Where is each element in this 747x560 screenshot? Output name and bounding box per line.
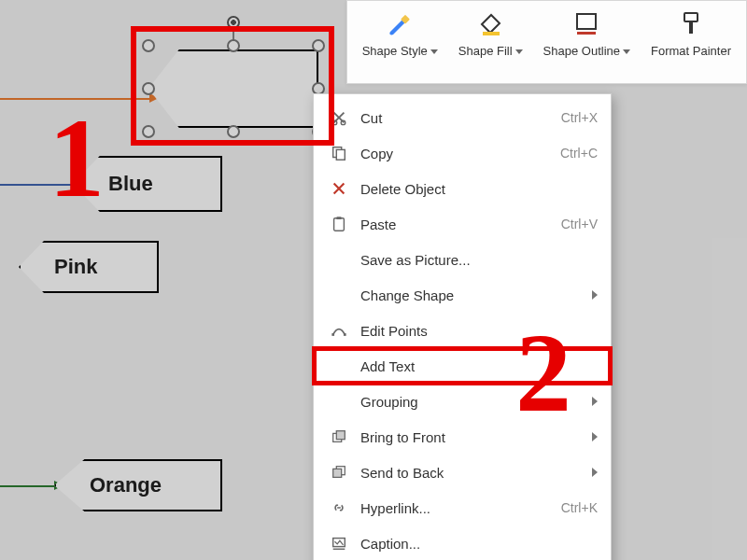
menu-paste[interactable]: Paste Ctrl+V — [314, 206, 611, 242]
menu-change-shape[interactable]: Change Shape — [314, 277, 611, 313]
format-painter-button[interactable]: Format Painter — [643, 5, 739, 62]
menu-edit-points[interactable]: Edit Points — [314, 313, 611, 348]
svg-rect-12 — [331, 333, 334, 336]
format-painter-label: Format Painter — [651, 44, 731, 58]
menu-send-back-label: Send to Back — [360, 465, 585, 481]
connector-orange — [0, 98, 149, 100]
menu-bring-front-label: Bring to Front — [360, 429, 585, 445]
svg-rect-4 — [684, 13, 698, 21]
handle-ml[interactable] — [142, 82, 155, 95]
caption-icon — [327, 534, 351, 553]
menu-hyperlink-label: Hyperlink... — [360, 500, 561, 516]
submenu-indicator-icon — [592, 432, 598, 441]
brush-icon — [385, 8, 415, 38]
menu-cut[interactable]: Cut Ctrl+X — [314, 100, 611, 135]
menu-delete-label: Delete Object — [360, 181, 598, 197]
menu-cut-shortcut: Ctrl+X — [561, 110, 598, 125]
blank-icon — [327, 286, 351, 304]
shape-style-label: Shape Style — [362, 44, 428, 58]
menu-caption[interactable]: Caption... — [314, 525, 611, 560]
submenu-indicator-icon — [592, 397, 598, 406]
shape-style-button[interactable]: Shape Style — [355, 5, 445, 62]
menu-grouping-label: Grouping — [360, 394, 585, 410]
selected-shape-body[interactable] — [148, 49, 318, 128]
selected-shape[interactable] — [145, 42, 322, 135]
handle-tr[interactable] — [312, 39, 325, 52]
drawing-toolbar: Shape Style Shape Fill Shape Outline For… — [346, 0, 747, 84]
menu-edit-points-label: Edit Points — [360, 323, 598, 339]
shape-outline-label: Shape Outline — [543, 44, 620, 58]
menu-hyperlink[interactable]: Hyperlink... Ctrl+K — [314, 490, 611, 525]
copy-icon — [327, 144, 351, 162]
menu-grouping[interactable]: Grouping — [314, 384, 611, 419]
shape-outline-button[interactable]: Shape Outline — [536, 5, 638, 62]
svg-rect-15 — [336, 431, 345, 440]
submenu-indicator-icon — [592, 290, 598, 300]
blank-icon — [327, 392, 351, 411]
svg-rect-17 — [333, 469, 342, 477]
menu-cut-label: Cut — [360, 110, 561, 126]
format-painter-icon — [676, 8, 706, 38]
paste-icon — [327, 215, 351, 233]
cut-icon — [327, 108, 351, 127]
menu-change-shape-label: Change Shape — [360, 287, 585, 303]
connector-blue — [0, 184, 73, 186]
menu-copy-shortcut: Ctrl+C — [560, 146, 598, 161]
connector-green — [0, 485, 54, 487]
menu-add-text[interactable]: Add Text — [314, 348, 611, 384]
send-back-icon — [327, 463, 351, 482]
svg-rect-10 — [334, 218, 345, 231]
svg-rect-11 — [336, 217, 341, 219]
rotate-handle[interactable] — [227, 16, 240, 29]
shape-pink-tag[interactable]: Pink — [19, 241, 159, 293]
submenu-indicator-icon — [592, 468, 598, 477]
outline-icon — [571, 8, 601, 38]
link-icon — [327, 498, 351, 517]
menu-send-back[interactable]: Send to Back — [314, 455, 611, 490]
bucket-icon — [475, 8, 505, 38]
shape-orange-label: Orange — [90, 473, 162, 497]
shape-fill-label: Shape Fill — [458, 44, 513, 58]
svg-rect-2 — [577, 14, 596, 29]
svg-rect-3 — [577, 32, 596, 35]
menu-save-picture[interactable]: Save as Picture... — [314, 242, 611, 277]
svg-rect-9 — [336, 149, 345, 160]
shape-blue-label: Blue — [108, 172, 153, 196]
menu-save-picture-label: Save as Picture... — [360, 252, 598, 268]
menu-bring-front[interactable]: Bring to Front — [314, 419, 611, 455]
svg-rect-1 — [483, 32, 500, 35]
shape-orange-tag[interactable]: Orange — [54, 459, 222, 511]
menu-paste-shortcut: Ctrl+V — [561, 217, 598, 231]
menu-caption-label: Caption... — [360, 536, 598, 552]
bring-front-icon — [327, 427, 351, 446]
blank-icon — [327, 357, 351, 375]
handle-bl[interactable] — [142, 125, 155, 138]
shape-blue-tag[interactable]: Blue — [73, 156, 222, 212]
blank-icon — [327, 250, 351, 269]
menu-hyperlink-shortcut: Ctrl+K — [561, 500, 598, 515]
svg-rect-5 — [689, 21, 693, 34]
svg-rect-13 — [344, 333, 346, 336]
menu-delete-object[interactable]: Delete Object — [314, 171, 611, 206]
handle-tc[interactable] — [227, 39, 240, 52]
context-menu: Cut Ctrl+X Copy Ctrl+C Delete Object Pas… — [313, 93, 612, 560]
menu-paste-label: Paste — [360, 217, 561, 232]
delete-icon — [327, 179, 351, 198]
edit-points-icon — [327, 321, 351, 340]
handle-tl[interactable] — [142, 39, 155, 52]
menu-copy[interactable]: Copy Ctrl+C — [314, 135, 611, 171]
shape-pink-label: Pink — [54, 255, 97, 279]
menu-add-text-label: Add Text — [360, 358, 598, 374]
menu-copy-label: Copy — [360, 146, 560, 161]
handle-bc[interactable] — [227, 125, 240, 138]
shape-fill-button[interactable]: Shape Fill — [451, 5, 530, 62]
